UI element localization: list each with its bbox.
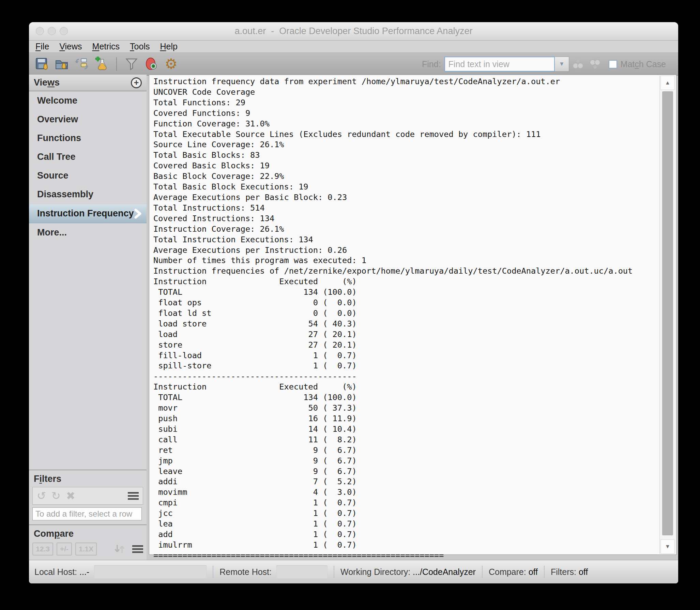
sidebar-bottom-panels: Filters ↺ ↻ ✖ Compare 12.3 +/- 1.1X — [29, 470, 147, 560]
menu-views[interactable]: Views — [54, 42, 87, 51]
down-arrow-icon: ▼ — [665, 544, 670, 550]
plus-icon: + — [134, 78, 139, 87]
open-experiment-button[interactable] — [54, 56, 70, 72]
redo-filter-button[interactable]: ↻ — [51, 490, 61, 501]
new-experiment-icon — [94, 57, 109, 72]
window-controls — [36, 27, 68, 35]
local-host-field — [94, 565, 207, 578]
hamburger-icon — [128, 492, 139, 500]
minimize-button[interactable] — [48, 27, 56, 35]
scroll-up-button[interactable]: ▲ — [660, 76, 675, 90]
zoom-button[interactable] — [60, 27, 68, 35]
sidebar-item-source[interactable]: Source — [29, 166, 147, 185]
new-experiment-button[interactable] — [93, 56, 110, 72]
find-next-icon — [588, 58, 601, 71]
undo-icon: ↺ — [37, 490, 46, 502]
instruction-frequency-report: Instruction frequency data from experime… — [153, 76, 633, 561]
filter-input[interactable] — [32, 507, 142, 520]
views-sidebar: Views + Welcome Overview Functions Call … — [29, 75, 147, 560]
window-title: a.out.er - Oracle Developer Studio Perfo… — [235, 26, 473, 36]
compare-ratio-button[interactable]: 1.1X — [75, 543, 97, 555]
chevron-right-icon — [134, 209, 142, 219]
find-box: ▼ — [444, 57, 569, 72]
menu-tools[interactable]: Tools — [125, 42, 155, 51]
find-next-button[interactable] — [588, 57, 602, 71]
compare-menu-button[interactable] — [132, 545, 143, 553]
sidebar-item-more[interactable]: More... — [29, 223, 147, 242]
status-separator — [213, 566, 213, 578]
compare-experiments-icon — [74, 57, 89, 72]
find-group: Find: ▼ Match Case — [422, 57, 666, 72]
toolbar: ⚙ Find: ▼ Match Case — [29, 53, 678, 76]
close-icon: ✖ — [66, 490, 75, 502]
menu-bar: File Views Metrics Tools Help — [29, 41, 678, 53]
status-working-directory: Working Directory: .../CodeAnalyzer — [340, 567, 476, 577]
redo-icon: ↻ — [51, 490, 61, 502]
filters-title: Filters — [29, 470, 147, 487]
compare-toolbar: 12.3 +/- 1.1X — [32, 543, 143, 555]
uncover-button[interactable] — [143, 56, 159, 72]
compare-experiments-button[interactable] — [74, 56, 90, 72]
desktop: { "colors": { "selection_top": "#d3e0e8"… — [0, 0, 700, 610]
add-view-button[interactable]: + — [131, 77, 142, 88]
status-filters: Filters: off — [551, 567, 588, 577]
save-experiment-icon — [35, 57, 50, 72]
find-previous-icon — [571, 58, 584, 71]
find-previous-button[interactable] — [570, 57, 585, 71]
menu-metrics[interactable]: Metrics — [87, 42, 125, 51]
menu-help[interactable]: Help — [155, 42, 182, 51]
toolbar-separator — [116, 57, 117, 71]
views-title: Views — [34, 77, 60, 88]
title-bar: a.out.er - Oracle Developer Studio Perfo… — [29, 22, 678, 41]
instruction-frequency-view[interactable]: Instruction frequency data from experime… — [149, 75, 676, 555]
status-separator — [334, 566, 334, 578]
settings-button[interactable]: ⚙ — [163, 56, 179, 72]
close-button[interactable] — [36, 27, 44, 35]
hamburger-icon — [132, 545, 143, 553]
save-experiment-button[interactable] — [34, 56, 50, 72]
sidebar-item-functions[interactable]: Functions — [29, 129, 147, 148]
status-separator — [544, 566, 545, 578]
analyzer-window: a.out.er - Oracle Developer Studio Perfo… — [29, 22, 678, 583]
sidebar-item-call-tree[interactable]: Call Tree — [29, 148, 147, 166]
main-area: Views + Welcome Overview Functions Call … — [29, 75, 678, 560]
vertical-scrollbar[interactable]: ▲ ▼ — [659, 76, 675, 554]
compare-absolute-button[interactable]: 12.3 — [32, 543, 53, 555]
menu-file[interactable]: File — [30, 42, 54, 51]
status-bar: Local Host: ...- Remote Host: Working Di… — [29, 560, 678, 583]
remove-filter-button[interactable]: ✖ — [66, 490, 75, 501]
sidebar-item-label: Instruction Frequency — [37, 208, 134, 219]
compare-title: Compare — [29, 525, 147, 542]
filter-icon — [124, 57, 139, 72]
sidebar-item-instruction-frequency[interactable]: Instruction Frequency — [29, 204, 147, 223]
gear-icon: ⚙ — [165, 57, 178, 71]
status-local-host: Local Host: ...- — [34, 565, 207, 578]
status-separator — [482, 566, 483, 578]
sidebar-item-overview[interactable]: Overview — [29, 110, 147, 129]
scrollbar-thumb[interactable] — [662, 91, 673, 535]
sidebar-item-welcome[interactable]: Welcome — [29, 91, 147, 110]
status-compare: Compare: off — [489, 567, 538, 577]
uncover-icon — [144, 57, 159, 72]
filter-data-button[interactable] — [123, 56, 140, 72]
find-history-dropdown[interactable]: ▼ — [555, 57, 569, 72]
compare-sort-button[interactable] — [113, 544, 125, 554]
scroll-down-button[interactable]: ▼ — [660, 539, 675, 554]
match-case-checkbox[interactable] — [609, 60, 617, 68]
sidebar-item-disassembly[interactable]: Disassembly — [29, 185, 147, 204]
sort-arrows-icon — [113, 544, 125, 554]
chevron-down-icon: ▼ — [559, 61, 565, 67]
undo-filter-button[interactable]: ↺ — [37, 490, 46, 501]
open-experiment-icon — [55, 57, 70, 72]
remote-host-field — [276, 565, 328, 578]
compare-delta-button[interactable]: +/- — [57, 543, 72, 555]
match-case-label: Match Case — [621, 59, 666, 69]
filters-toolbar: ↺ ↻ ✖ — [32, 487, 143, 505]
find-label: Find: — [422, 59, 441, 69]
filters-menu-button[interactable] — [128, 492, 139, 500]
up-arrow-icon: ▲ — [665, 80, 670, 86]
views-header: Views + — [29, 75, 147, 91]
find-input[interactable] — [444, 57, 555, 72]
status-remote-host: Remote Host: — [219, 565, 328, 578]
